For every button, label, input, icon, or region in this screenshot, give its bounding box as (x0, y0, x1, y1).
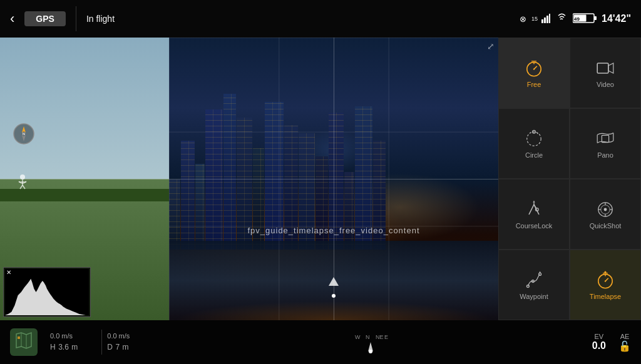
svg-point-60 (369, 350, 372, 353)
waypoint-label: Waypoint (520, 293, 548, 300)
svg-rect-2 (544, 18, 546, 23)
ae-control[interactable]: AE 🔓 (618, 333, 631, 352)
control-pano[interactable]: Pano (570, 108, 641, 179)
svg-marker-25 (608, 63, 613, 73)
svg-point-50 (604, 271, 606, 273)
ae-label: AE (620, 333, 630, 340)
right-panel: Free Video Circle (498, 38, 641, 320)
top-bar: ‹ GPS In flight ⊗ 15 49 (0, 0, 641, 38)
control-quickshot[interactable]: QuickShot (570, 179, 641, 250)
left-panel: N ✕ (0, 38, 169, 320)
h-value: H 3.6 m (50, 341, 78, 352)
pano-label: Pano (597, 151, 613, 159)
free-label: Free (527, 81, 541, 88)
histogram-chart (5, 269, 89, 315)
separator-1 (101, 330, 102, 355)
fpv-label: fpv_guide_timelapse_free_video_content (247, 226, 419, 235)
courselock-icon (524, 200, 544, 220)
svg-marker-51 (16, 333, 31, 348)
circle-orbit-icon (524, 129, 544, 149)
d-prefix-label: D (107, 343, 113, 351)
center-horizontal-line (169, 179, 498, 179)
control-video[interactable]: Video (570, 38, 641, 108)
svg-rect-3 (546, 16, 548, 23)
signal-cross-icon: ⊗ (520, 14, 526, 24)
svg-rect-4 (549, 14, 550, 23)
svg-text:N: N (366, 334, 370, 340)
h-prefix-label: H (50, 343, 56, 351)
drone-person-icon (14, 173, 31, 193)
svg-marker-44 (539, 271, 541, 273)
flight-status: In flight (86, 14, 115, 24)
histogram-panel: ✕ (3, 267, 91, 317)
stopwatch-icon (524, 58, 544, 78)
ev-control[interactable]: EV 0.0 (592, 333, 606, 351)
compass-icon: N (13, 123, 35, 145)
d-number: 7 (115, 343, 120, 351)
quickshot-icon (595, 200, 615, 220)
gps-status: GPS (24, 11, 66, 26)
ev-value: 0.0 (592, 340, 606, 351)
camera-feed-panel[interactable]: fpv_guide_timelapse_free_video_content ⤢ (169, 38, 498, 320)
svg-text:15: 15 (531, 16, 538, 22)
h-telemetry: 0.0 m/s H 3.6 m (50, 332, 78, 352)
d-unit: m (123, 343, 129, 351)
svg-marker-33 (533, 200, 535, 202)
panorama-icon (595, 129, 615, 149)
svg-text:49: 49 (574, 16, 580, 22)
svg-rect-1 (541, 19, 543, 23)
time-display: 14'42" (602, 13, 631, 24)
top-bar-right: ⊗ 15 49 14'42" (520, 13, 631, 26)
battery-icon: 49 (573, 13, 597, 26)
signal-bars-icon: 15 (531, 13, 550, 25)
svg-rect-24 (597, 63, 608, 73)
control-circle[interactable]: Circle (498, 108, 570, 179)
courselock-label: CourseLock (516, 222, 553, 230)
control-courselock[interactable]: CourseLock (498, 179, 570, 250)
svg-rect-6 (594, 16, 597, 20)
sky (0, 38, 169, 193)
svg-text:N: N (23, 132, 25, 136)
h-unit: m (71, 343, 78, 351)
svg-text:NE: NE (376, 334, 384, 340)
svg-line-15 (20, 185, 23, 189)
h-speed: 0.0 m/s (50, 332, 78, 340)
svg-point-26 (527, 131, 541, 145)
separator (76, 6, 76, 31)
d-speed: 0.0 m/s (107, 332, 130, 340)
timelapse-icon (595, 270, 615, 290)
control-free[interactable]: Free (498, 38, 570, 108)
bottom-compass: W N NE E (352, 330, 389, 355)
svg-rect-54 (18, 336, 20, 339)
bottom-center: W N NE E (148, 330, 592, 355)
h-number: 3.6 (58, 343, 69, 351)
control-timelapse[interactable]: Timelapse (570, 250, 641, 320)
svg-text:E: E (384, 334, 388, 340)
bottom-right-controls: EV 0.0 AE 🔓 (592, 333, 631, 352)
video-icon (595, 58, 615, 78)
svg-point-40 (604, 208, 607, 211)
histogram-close-button[interactable]: ✕ (6, 269, 11, 276)
bottom-bar: 0.0 m/s H 3.6 m 0.0 m/s D 7 m W N NE E (0, 320, 641, 364)
lock-icon: 🔓 (618, 340, 631, 352)
svg-point-12 (20, 174, 25, 179)
d-telemetry: 0.0 m/s D 7 m (107, 332, 130, 352)
main-content: N ✕ (0, 38, 641, 320)
svg-point-49 (605, 280, 606, 281)
control-waypoint[interactable]: Waypoint (498, 250, 570, 320)
video-label: Video (597, 81, 614, 88)
ev-label: EV (595, 333, 604, 340)
camera-compass (318, 279, 349, 298)
map-button[interactable] (10, 328, 38, 356)
circle-label: Circle (525, 151, 543, 159)
waypoint-icon (524, 270, 544, 290)
quickshot-label: QuickShot (590, 222, 622, 230)
expand-icon[interactable]: ⤢ (487, 41, 495, 51)
svg-line-16 (23, 185, 25, 189)
camera-feed: fpv_guide_timelapse_free_video_content ⤢ (169, 38, 498, 320)
map-icon (15, 331, 33, 353)
timelapse-label: Timelapse (590, 293, 621, 300)
back-button[interactable]: ‹ (10, 11, 14, 27)
wifi-icon (555, 13, 568, 25)
d-value: D 7 m (107, 341, 130, 352)
